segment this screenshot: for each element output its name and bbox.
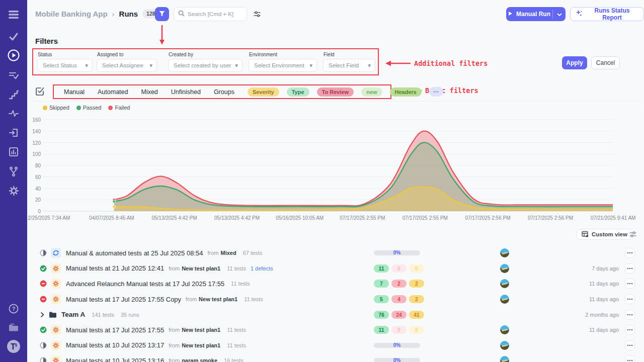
sidebar-item-pulse-icon[interactable] xyxy=(0,106,27,122)
legend-dot xyxy=(108,106,113,110)
legend-item-passed[interactable]: Passed xyxy=(76,105,102,111)
filter-select[interactable]: Select Field▾ xyxy=(323,59,375,72)
filter-select[interactable]: Select Status▾ xyxy=(37,59,93,72)
run-from-label: from xyxy=(186,296,197,302)
sidebar-item-branch-icon[interactable] xyxy=(0,163,27,179)
chart-x-tick: 05/13/2025 4:42 PM xyxy=(143,215,206,221)
sidebar-item-tests-check-icon[interactable] xyxy=(0,29,27,45)
apply-button[interactable]: Apply xyxy=(562,56,587,69)
chart-legend: SkippedPassedFailed xyxy=(43,105,130,111)
tab-unfinished[interactable]: Unfinished xyxy=(171,88,201,96)
hamburger-menu-icon[interactable] xyxy=(0,7,27,23)
tab-manual[interactable]: Manual xyxy=(64,88,85,96)
group-row[interactable]: Team A141 tests35 runs7624412 months ago xyxy=(32,307,636,322)
chevron-down-icon: ▾ xyxy=(235,62,238,69)
list-settings-sliders-icon[interactable] xyxy=(629,230,637,240)
chevron-right-icon[interactable] xyxy=(40,312,46,318)
run-type-manual-icon xyxy=(51,355,61,362)
cancel-button[interactable]: Cancel xyxy=(591,56,620,69)
chart-x-tick: 05/16/2025 10:05 AM xyxy=(268,215,331,221)
run-menu-button[interactable] xyxy=(625,340,635,350)
manual-run-button[interactable]: Manual Run xyxy=(506,7,552,21)
run-title[interactable]: Advanced Relaunch Manual tests at 17 Jul… xyxy=(66,280,224,288)
run-status-failed-icon xyxy=(40,280,47,287)
sidebar-item-test-plans-icon[interactable] xyxy=(0,67,27,83)
run-defects-link[interactable]: 1 defects xyxy=(251,265,273,272)
chevron-down-icon xyxy=(557,10,562,19)
run-status-failed-icon xyxy=(40,296,47,303)
run-row[interactable]: Advanced Relaunch Manual tests at 17 Jul… xyxy=(32,276,636,292)
manual-run-dropdown-button[interactable] xyxy=(553,7,566,21)
run-menu-button[interactable] xyxy=(625,294,635,304)
count-pill: 5 xyxy=(374,295,389,303)
runs-status-report-button[interactable]: Runs Status Report xyxy=(570,7,644,21)
tab-mixed[interactable]: Mixed xyxy=(141,88,157,96)
run-menu-button[interactable] xyxy=(625,263,635,274)
filter-select[interactable]: Select created by user▾ xyxy=(168,59,243,72)
sidebar-item-analytics-icon[interactable] xyxy=(0,144,27,160)
filter-toggle-button[interactable] xyxy=(155,7,169,21)
filter-field-status: StatusSelect Status▾ xyxy=(37,49,93,72)
run-menu-button[interactable] xyxy=(625,279,635,289)
chart-svg xyxy=(32,115,614,213)
run-row[interactable]: Manual tests at 10 Jul 2025 13:17fromNew… xyxy=(32,338,636,353)
app-logo[interactable]: T xyxy=(0,338,27,354)
sidebar-item-milestones-steps-icon[interactable] xyxy=(0,86,27,103)
run-browser-cell xyxy=(500,341,510,350)
run-row[interactable]: Manual tests at 21 Jul 2025 12:41fromNew… xyxy=(32,261,636,277)
run-menu-button[interactable] xyxy=(625,325,635,335)
help-icon[interactable]: ? xyxy=(0,301,27,317)
breadcrumb-project[interactable]: Mobile Banking App xyxy=(35,10,108,18)
run-menu-button[interactable] xyxy=(625,310,635,320)
custom-view-button[interactable]: Custom view xyxy=(577,229,632,240)
run-status-passed-icon xyxy=(40,326,47,333)
run-row[interactable]: Manual tests at 10 Jul 2025 13:16frompar… xyxy=(32,353,636,362)
filter-select[interactable]: Select Assignee▾ xyxy=(97,59,157,72)
group-title[interactable]: Team A xyxy=(61,311,85,318)
run-menu-button[interactable] xyxy=(625,248,635,258)
run-plan-name: param smoke xyxy=(182,357,217,362)
run-progress-label: 0% xyxy=(374,357,420,362)
chart-x-tick: 05/13/2025 4:42 PM xyxy=(206,215,269,221)
tab-groups[interactable]: Groups xyxy=(214,88,234,96)
filter-tag-type[interactable]: Type xyxy=(287,87,309,97)
run-row[interactable]: Manual & automated tests at 25 Jul 2025 … xyxy=(32,245,636,261)
filter-tag-headers[interactable]: Headers xyxy=(390,87,422,97)
run-title[interactable]: Manual tests at 10 Jul 2025 13:17 xyxy=(66,341,164,349)
chart-x-tick: 07/17/2025 2:55 PM xyxy=(394,215,457,221)
sidebar-item-runs-play-icon[interactable] xyxy=(0,47,27,63)
run-title[interactable]: Manual tests at 17 Jul 2025 17:55 xyxy=(66,326,164,334)
browser-icon xyxy=(500,295,509,304)
run-metric: 722 xyxy=(374,280,429,288)
run-row-main: Advanced Relaunch Manual tests at 17 Jul… xyxy=(40,279,374,289)
sidebar-item-settings-gear-icon[interactable] xyxy=(0,183,27,199)
count-pill: 4 xyxy=(391,295,407,303)
search-settings-sliders-icon[interactable] xyxy=(253,10,261,20)
filter-tag-severity[interactable]: Severity xyxy=(248,87,279,97)
filter-tag-to-review[interactable]: To Review xyxy=(317,87,354,97)
run-menu-button[interactable] xyxy=(625,355,635,362)
sidebar-item-import-icon[interactable] xyxy=(0,125,27,141)
filter-tag-new[interactable]: new xyxy=(361,87,382,97)
search-input[interactable] xyxy=(188,11,243,17)
bulk-edit-icon[interactable] xyxy=(35,86,45,98)
run-title[interactable]: Manual tests at 10 Jul 2025 13:16 xyxy=(66,357,164,362)
run-type-manual-icon xyxy=(51,279,61,289)
chevron-down-icon: ▾ xyxy=(309,62,312,69)
run-title[interactable]: Manual tests at 17 Jul 2025 17:55 Copy xyxy=(66,296,181,303)
filter-select[interactable]: Select Environment▾ xyxy=(249,59,317,72)
projects-folder-icon[interactable] xyxy=(0,319,27,335)
legend-item-failed[interactable]: Failed xyxy=(108,105,130,111)
legend-dot xyxy=(43,106,47,110)
run-title[interactable]: Manual tests at 21 Jul 2025 12:41 xyxy=(66,264,164,272)
arrow-left-icon xyxy=(385,60,411,67)
tab-automated[interactable]: Automated xyxy=(98,88,128,96)
run-row-main: Manual tests at 10 Jul 2025 13:17fromNew… xyxy=(40,340,374,350)
more-filters-button[interactable]: ⋯ xyxy=(429,87,443,97)
run-time: 2 months ago xyxy=(516,312,619,318)
run-row[interactable]: Manual tests at 17 Jul 2025 17:55 Copyfr… xyxy=(32,292,636,307)
run-from-label: from xyxy=(169,327,180,333)
legend-item-skipped[interactable]: Skipped xyxy=(43,105,69,111)
run-row[interactable]: Manual tests at 17 Jul 2025 17:55fromNew… xyxy=(32,322,636,338)
run-title[interactable]: Manual & automated tests at 25 Jul 2025 … xyxy=(66,249,203,257)
